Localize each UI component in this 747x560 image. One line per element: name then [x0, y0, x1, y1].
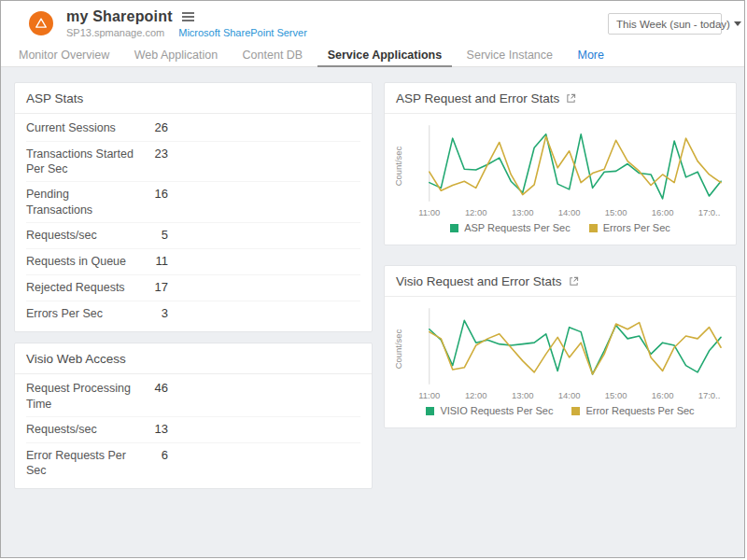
- stat-value: 17: [136, 280, 168, 296]
- asp-requests-errors-chart: 11:0012:0013:0014:0015:0016:0017:0..Coun…: [392, 119, 728, 218]
- svg-text:14:00: 14:00: [558, 390, 581, 400]
- legend-swatch-gold: [571, 407, 580, 415]
- svg-text:14:00: 14:00: [558, 207, 581, 217]
- time-range-select[interactable]: This Week (sun - today): [608, 13, 722, 35]
- visio-chart-card: Visio Request and Error Stats 11:0012:00…: [384, 265, 737, 428]
- stat-value: 6: [136, 448, 168, 479]
- stat-label: Requests/sec: [26, 422, 136, 438]
- visio-chart-title: Visio Request and Error Stats: [396, 274, 562, 288]
- stat-value: 13: [136, 422, 168, 438]
- svg-text:17:0..: 17:0..: [698, 390, 721, 400]
- monitor-alert-icon: [29, 11, 53, 35]
- left-column: ASP Stats Current Sessions26 Transaction…: [14, 82, 373, 558]
- title-block: my Sharepoint SP13.spmanage.com Microsof…: [66, 8, 307, 46]
- asp-stats-title: ASP Stats: [15, 83, 372, 114]
- tab-service-instance[interactable]: Service Instance: [457, 46, 563, 67]
- stat-value: 23: [136, 147, 168, 177]
- header: my Sharepoint SP13.spmanage.com Microsof…: [1, 1, 744, 46]
- stat-value: 26: [136, 120, 168, 136]
- monitor-host: SP13.spmanage.com: [66, 27, 164, 38]
- stat-row: Transactions Started Per Sec23: [26, 141, 360, 182]
- visio-chart-header: Visio Request and Error Stats: [385, 266, 736, 297]
- stat-row: Pending Transactions16: [26, 181, 360, 222]
- stat-label: Transactions Started Per Sec: [26, 147, 136, 177]
- caret-down-icon: [734, 21, 741, 26]
- asp-stats-table: Current Sessions26 Transactions Started …: [15, 114, 372, 331]
- stat-label: Error Requests Per Sec: [26, 448, 136, 479]
- stat-row: Rejected Requests17: [26, 274, 360, 301]
- menu-icon[interactable]: [182, 12, 194, 21]
- stat-value: 11: [136, 254, 168, 270]
- tab-web-application[interactable]: Web Application: [124, 46, 228, 67]
- stat-row: Errors Per Sec3: [26, 301, 360, 327]
- stat-value: 3: [136, 306, 168, 322]
- visio-requests-errors-chart: 11:0012:0013:0014:0015:0016:0017:0..Coun…: [392, 302, 728, 401]
- svg-text:16:00: 16:00: [652, 207, 674, 217]
- open-in-new-icon[interactable]: [566, 93, 576, 104]
- svg-text:Count/sec: Count/sec: [393, 146, 403, 186]
- stat-label: Requests/sec: [26, 228, 136, 244]
- visio-chart-legend: VISIO Requests Per Sec Error Requests Pe…: [385, 401, 736, 427]
- svg-text:11:00: 11:00: [418, 390, 440, 400]
- asp-chart-legend: ASP Requests Per Sec Errors Per Sec: [385, 218, 736, 245]
- tab-content-db[interactable]: Content DB: [233, 46, 314, 67]
- alert-triangle-icon: [33, 15, 49, 32]
- svg-text:13:00: 13:00: [512, 390, 534, 400]
- stat-row: Requests/sec5: [26, 222, 360, 248]
- stat-value: 46: [136, 381, 168, 412]
- visio-stats-table: Request Processing Time46 Requests/sec13…: [15, 374, 372, 488]
- stat-value: 5: [136, 228, 168, 244]
- time-range-value: This Week (sun - today): [616, 19, 730, 30]
- stat-row: Error Requests Per Sec6: [26, 442, 360, 483]
- visio-stats-card: Visio Web Access Request Processing Time…: [14, 343, 373, 489]
- tab-service-applications[interactable]: Service Applications: [317, 46, 453, 67]
- stat-label: Rejected Requests: [26, 280, 136, 296]
- svg-text:15:00: 15:00: [605, 207, 627, 217]
- server-type-link[interactable]: Microsoft SharePoint Server: [178, 27, 307, 38]
- tab-monitor-overview[interactable]: Monitor Overview: [8, 46, 120, 67]
- svg-text:16:00: 16:00: [652, 390, 674, 400]
- stat-row: Current Sessions26: [26, 116, 360, 141]
- svg-text:15:00: 15:00: [605, 390, 627, 400]
- legend-swatch-gold: [589, 224, 598, 232]
- stat-label: Current Sessions: [26, 120, 136, 136]
- svg-text:12:00: 12:00: [465, 390, 487, 400]
- page-title: my Sharepoint: [66, 8, 173, 25]
- open-in-new-icon[interactable]: [569, 276, 579, 287]
- svg-text:11:00: 11:00: [418, 207, 440, 217]
- stat-label: Requests in Queue: [26, 254, 136, 270]
- asp-chart-header: ASP Request and Error Stats: [385, 83, 736, 114]
- asp-chart-card: ASP Request and Error Stats 11:0012:0013…: [384, 82, 737, 245]
- asp-chart-title: ASP Request and Error Stats: [396, 91, 559, 105]
- stat-label: Errors Per Sec: [26, 306, 136, 322]
- dashboard-content: ASP Stats Current Sessions26 Transaction…: [1, 67, 744, 558]
- svg-text:17:0..: 17:0..: [698, 207, 721, 217]
- svg-text:13:00: 13:00: [512, 207, 534, 217]
- stat-value: 16: [136, 187, 168, 217]
- svg-text:Count/sec: Count/sec: [393, 329, 403, 369]
- legend-asp-requests[interactable]: ASP Requests Per Sec: [450, 222, 571, 233]
- stat-label: Pending Transactions: [26, 187, 136, 217]
- stat-row: Request Processing Time46: [26, 376, 360, 416]
- stat-row: Requests in Queue11: [26, 248, 360, 274]
- svg-text:12:00: 12:00: [465, 207, 487, 217]
- legend-error-requests[interactable]: Error Requests Per Sec: [571, 405, 694, 416]
- legend-errors-per-sec[interactable]: Errors Per Sec: [589, 222, 670, 233]
- tab-bar: Monitor Overview Web Application Content…: [1, 46, 744, 67]
- asp-stats-card: ASP Stats Current Sessions26 Transaction…: [14, 82, 373, 332]
- legend-visio-requests[interactable]: VISIO Requests Per Sec: [426, 405, 553, 416]
- right-column: ASP Request and Error Stats 11:0012:0013…: [384, 82, 737, 558]
- visio-stats-title: Visio Web Access: [15, 343, 372, 374]
- legend-swatch-green: [450, 224, 458, 232]
- app-window: my Sharepoint SP13.spmanage.com Microsof…: [0, 0, 745, 558]
- stat-row: Requests/sec13: [26, 416, 360, 442]
- legend-swatch-green: [426, 407, 434, 415]
- stat-label: Request Processing Time: [26, 381, 136, 412]
- tab-more[interactable]: More: [567, 46, 613, 67]
